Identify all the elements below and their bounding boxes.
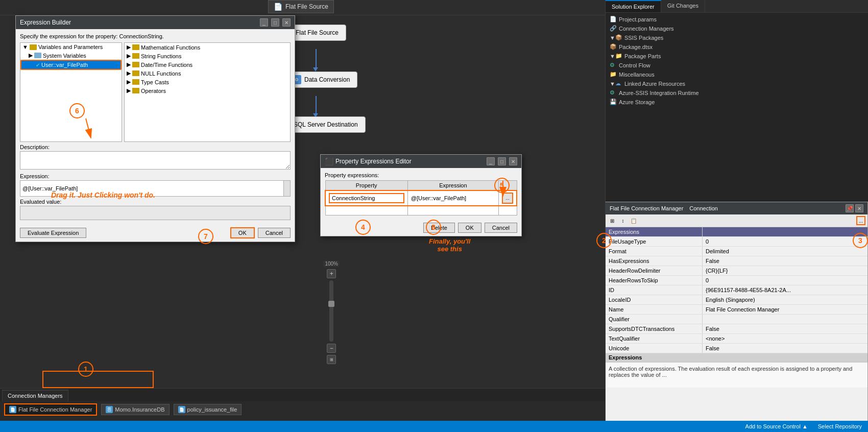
policy-conn-icon: 📄 [178,406,185,413]
props-val-name: Flat File Connection Manager [703,305,867,314]
sol-item-ssis-pkgs[interactable]: ▼ 📦 SSIS Packages [608,33,866,42]
badge-3: 3 [853,233,868,248]
func-ops[interactable]: ▶ Operators [125,86,290,95]
data-conversion-node[interactable]: ⚙ Data Conversion [284,71,357,88]
props-key-name: Name [606,305,703,314]
zoom-label: 100% [323,260,340,267]
props-row-textq: TextQualifier <none> [606,334,867,344]
props-val-fileusage: 0 [703,237,867,246]
props-expr-button[interactable]: ... [856,216,865,225]
sol-item-pkg-parts[interactable]: ▼ 📁 Package Parts [608,52,866,61]
col-expression-header: Expression [407,181,498,191]
select-repository[interactable]: Select Repository [818,423,862,429]
description-label: Description: [20,144,291,150]
expression-label: Expression: [20,173,291,179]
props-sort-cat-button[interactable]: ⊞ [608,216,617,225]
expression-input[interactable] [20,180,291,197]
functions-tree[interactable]: ▶ Mathematical Functions ▶ String Functi… [124,42,291,142]
tree-user-var-label: User::var_FilePath [41,62,88,68]
expand-icon-sys: ▶ [29,52,33,59]
zoom-out-button[interactable]: − [327,344,336,353]
prop-expr-maximize[interactable]: □ [498,157,506,165]
minimize-button[interactable]: _ [260,18,268,27]
props-row-hasexpr: HasExpressions False [606,256,867,266]
props-row-fileusage: FileUsageType 0 [606,237,867,247]
add-source-control[interactable]: Add to Source Control ▲ [745,423,808,429]
func-ops-label: Operators [141,88,166,94]
badge-1: 1 [78,362,93,377]
props-key-fileusage: FileUsageType [606,237,703,246]
zoom-thumb[interactable] [328,301,334,307]
flow-arrow-1 [316,49,317,69]
expr-scrollbar[interactable] [283,180,291,197]
col-property-header: Property [325,181,407,191]
tree-variables-root[interactable]: ▼ Variables and Parameters [20,43,122,51]
fit-to-screen-button[interactable]: ⊞ [327,355,336,364]
func-string[interactable]: ▶ String Functions [125,52,290,60]
maximize-button[interactable]: □ [271,18,279,27]
func-null[interactable]: ▶ NULL Functions [125,69,290,78]
prop-expr-footer: Delete OK Cancel [321,220,521,236]
expression-input-wrap [20,180,291,197]
props-title-label: Flat File Connection Manager [610,205,683,211]
expand-ssis: ▼ [610,35,615,41]
evaluate-expression-button[interactable]: Evaluate Expression [20,228,86,238]
variables-tree[interactable]: ▼ Variables and Parameters ▶ System Vari… [20,42,122,142]
cancel-button[interactable]: Cancel [258,228,291,238]
sol-azure-ssis-label: Azure-SSIS Integration Runtime [619,90,699,96]
tree-user-var[interactable]: ✔ User::var_FilePath [20,60,122,70]
titlebar-controls: _ □ ✕ [260,18,291,27]
props-toolbar: ⊞ ↕ 📋 ... [606,214,867,227]
tab-git-changes[interactable]: Git Changes [661,0,705,12]
props-props-button[interactable]: 📋 [629,216,638,225]
conn-item-policy[interactable]: 📄 policy_issuance_file [174,404,242,415]
sol-pkg-parts-label: Package Parts [624,53,661,59]
props-row-name: Name Flat File Connection Manager [606,305,867,315]
tab-solution-explorer[interactable]: Solution Explorer [606,0,661,12]
props-row-expressions: Expressions [606,227,867,237]
func-null-label: NULL Functions [141,70,181,77]
property-cell: ConnectionString [329,193,404,203]
prop-expr-ok-button[interactable]: OK [458,223,481,233]
prop-expr-minimize[interactable]: _ [487,157,495,165]
props-sort-az-button[interactable]: ↕ [618,216,628,225]
sol-item-package-dtsx[interactable]: 📦 Package.dtsx [608,42,866,52]
sol-item-conn-mgrs[interactable]: 🔗 Connection Managers [608,24,866,33]
props-pin-button[interactable]: 📌 [846,204,854,212]
expr-subtitle: Specify the expression for the property:… [20,33,291,39]
folder-icon-str [132,53,139,59]
sol-item-params[interactable]: 📄 Project.params [608,15,866,24]
solution-tree: 📄 Project.params 🔗 Connection Managers ▼… [606,13,868,109]
sol-item-misc[interactable]: 📁 Miscellaneous [608,70,866,79]
conn-managers-tab[interactable]: Connection Managers [2,390,68,401]
prop-expr-cancel-button[interactable]: Cancel [485,223,517,233]
ok-button[interactable]: OK [230,227,255,238]
sol-item-control-flow[interactable]: ⚙ Control Flow [608,61,866,70]
conn-item-momo[interactable]: 🗄 Momo.InsuranceDB [101,404,169,415]
func-math[interactable]: ▶ Mathematical Functions [125,43,290,52]
flat-file-tab[interactable]: 📄 Flat File Source [268,0,334,13]
conn-item-flat-file[interactable]: 📄 Flat File Connection Manager [4,403,97,416]
props-key-dtc: SupportsDTCTransactions [606,324,703,333]
sol-item-azure-storage[interactable]: 💾 Azure Storage [608,98,866,107]
badge-7: 7 [198,229,213,244]
dtsx-icon: 📦 [610,43,617,51]
func-datetime[interactable]: ▶ Date/Time Functions [125,60,290,69]
close-button[interactable]: ✕ [282,18,291,27]
zoom-in-button[interactable]: + [327,269,336,278]
props-val-qualifier [703,315,867,324]
props-val-expressions [703,227,867,236]
azure-ssis-icon: ⚙ [610,89,617,97]
props-close-button[interactable]: ✕ [855,204,863,212]
prop-expr-close[interactable]: ✕ [509,157,517,165]
azure-storage-icon: 💾 [610,99,617,106]
prop-expr-edit-button[interactable]: ... [502,193,513,204]
sol-item-azure-ssis[interactable]: ⚙ Azure-SSIS Integration Runtime [608,88,866,98]
sol-params-label: Project.params [619,16,657,22]
description-box[interactable] [20,151,291,170]
func-type[interactable]: ▶ Type Casts [125,78,290,86]
sol-item-azure[interactable]: ▼ ☁ Linked Azure Resources [608,79,866,88]
zoom-track[interactable] [329,280,333,342]
tree-system-vars[interactable]: ▶ System Variables [20,51,122,60]
folder-icon [30,44,37,50]
